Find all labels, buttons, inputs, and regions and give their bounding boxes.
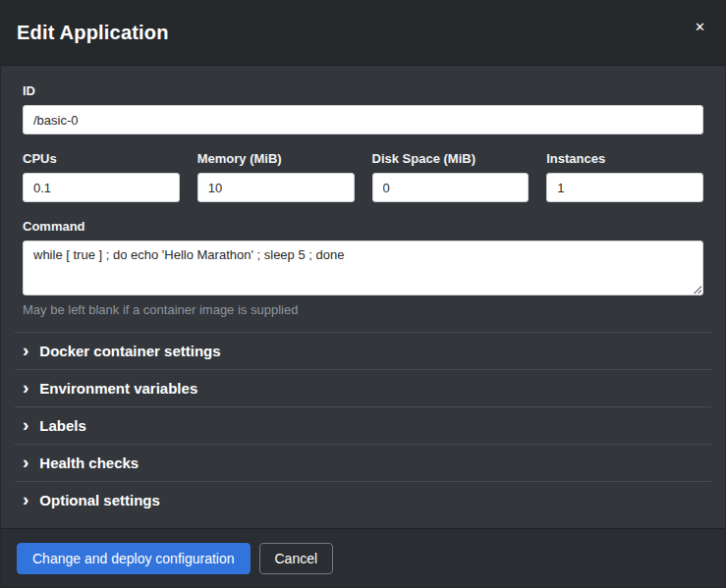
command-input[interactable]: while [ true ] ; do echo 'Hello Marathon… bbox=[23, 241, 703, 295]
command-label: Command bbox=[23, 219, 703, 234]
instances-input[interactable] bbox=[546, 173, 703, 202]
close-icon: ✕ bbox=[695, 20, 705, 34]
cpus-field-group: CPUs bbox=[23, 151, 180, 202]
memory-input[interactable] bbox=[197, 173, 355, 202]
modal-footer: Change and deploy configuration Cancel bbox=[1, 528, 725, 587]
disk-space-field-group: Disk Space (MiB) bbox=[372, 151, 530, 202]
section-label: Docker container settings bbox=[39, 343, 220, 359]
resources-row: CPUs Memory (MiB) Disk Space (MiB) Insta… bbox=[23, 151, 703, 202]
command-field-group: Command while [ true ] ; do echo 'Hello … bbox=[23, 219, 703, 332]
deploy-button[interactable]: Change and deploy configuration bbox=[17, 543, 251, 574]
section-environment-variables[interactable]: › Environment variables bbox=[15, 369, 711, 406]
modal-title: Edit Application bbox=[17, 22, 169, 44]
section-docker-container-settings[interactable]: › Docker container settings bbox=[15, 332, 711, 369]
cancel-button[interactable]: Cancel bbox=[259, 543, 334, 574]
section-optional-settings[interactable]: › Optional settings bbox=[15, 481, 711, 518]
command-textarea-wrap: while [ true ] ; do echo 'Hello Marathon… bbox=[23, 241, 703, 295]
section-label: Environment variables bbox=[39, 380, 197, 397]
chevron-right-icon: › bbox=[23, 455, 28, 469]
disk-space-input[interactable] bbox=[372, 173, 530, 202]
memory-label: Memory (MiB) bbox=[197, 151, 355, 166]
chevron-right-icon: › bbox=[23, 344, 28, 357]
memory-field-group: Memory (MiB) bbox=[197, 151, 355, 202]
accordion-sections: › Docker container settings › Environmen… bbox=[15, 332, 711, 518]
id-field-group: ID bbox=[23, 83, 703, 134]
modal-body: ID CPUs Memory (MiB) Disk Space (MiB) In… bbox=[1, 66, 725, 528]
edit-application-modal: Edit Application ✕ ID CPUs Memory (MiB) … bbox=[0, 0, 726, 588]
id-label: ID bbox=[23, 83, 703, 98]
close-button[interactable]: ✕ bbox=[691, 17, 709, 37]
instances-field-group: Instances bbox=[546, 151, 703, 202]
command-help-text: May be left blank if a container image i… bbox=[23, 302, 703, 317]
id-input[interactable] bbox=[23, 105, 703, 134]
cpus-input[interactable] bbox=[23, 173, 180, 202]
section-label: Health checks bbox=[39, 454, 139, 471]
chevron-right-icon: › bbox=[23, 381, 28, 395]
instances-label: Instances bbox=[546, 151, 703, 166]
modal-header: Edit Application ✕ bbox=[1, 1, 725, 66]
cpus-label: CPUs bbox=[23, 151, 180, 166]
chevron-right-icon: › bbox=[23, 493, 28, 507]
section-label: Labels bbox=[39, 417, 86, 434]
chevron-right-icon: › bbox=[23, 418, 28, 432]
section-label: Optional settings bbox=[39, 492, 160, 508]
section-labels[interactable]: › Labels bbox=[15, 406, 711, 444]
section-health-checks[interactable]: › Health checks bbox=[15, 444, 711, 481]
disk-space-label: Disk Space (MiB) bbox=[372, 151, 530, 166]
